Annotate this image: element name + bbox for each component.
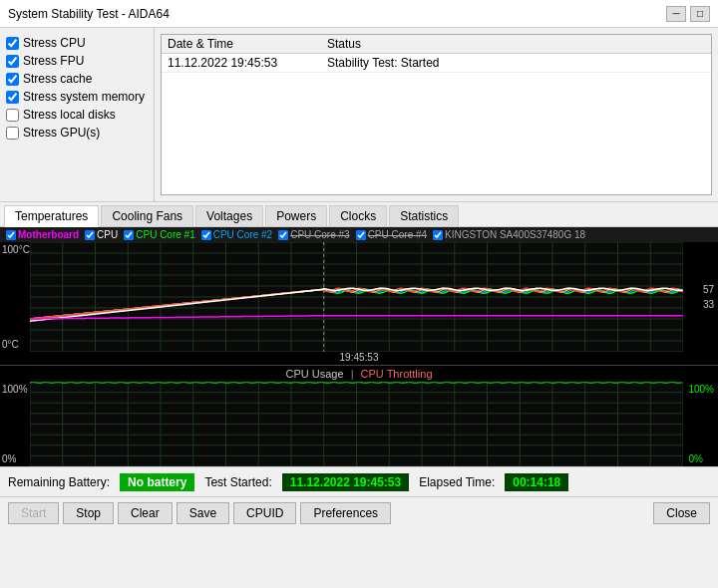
tabs-bar: Temperatures Cooling Fans Voltages Power… — [0, 202, 718, 227]
checkbox-stress-gpu[interactable]: Stress GPU(s) — [6, 126, 148, 140]
window-title: System Stability Test - AIDA64 — [8, 7, 170, 21]
log-datetime: 11.12.2022 19:45:53 — [168, 56, 327, 70]
log-panel: Date & Time Status 11.12.2022 19:45:53 S… — [161, 34, 712, 195]
x-axis-label: 19:45:53 — [0, 352, 718, 365]
cpuid-button[interactable]: CPUID — [233, 502, 296, 524]
legend-cpu-core4: CPU Core #4 — [356, 229, 427, 240]
tab-powers[interactable]: Powers — [265, 205, 327, 226]
window-controls: ─ □ — [666, 6, 710, 22]
minimize-button[interactable]: ─ — [666, 6, 686, 22]
tab-temperatures[interactable]: Temperatures — [4, 205, 99, 227]
cpu-usage-chart-container: CPU Usage | CPU Throttling 100% 0% 100% … — [0, 366, 718, 466]
tab-cooling-fans[interactable]: Cooling Fans — [101, 205, 193, 226]
legend-motherboard: Motherboard — [6, 229, 79, 240]
log-status: Stability Test: Started — [327, 56, 705, 70]
log-header: Date & Time Status — [162, 35, 711, 54]
chart2-y-right: 100% 0% — [684, 382, 718, 466]
log-row: 11.12.2022 19:45:53 Stability Test: Star… — [162, 54, 711, 73]
log-col1-header: Date & Time — [168, 37, 327, 51]
chart1-right-labels: 57 33 — [699, 242, 718, 352]
clear-button[interactable]: Clear — [118, 502, 173, 524]
title-bar: System Stability Test - AIDA64 ─ □ — [0, 0, 718, 28]
remaining-battery-value: No battery — [120, 473, 194, 491]
tab-voltages[interactable]: Voltages — [195, 205, 263, 226]
checkbox-stress-cache[interactable]: Stress cache — [6, 72, 148, 86]
tab-statistics[interactable]: Statistics — [389, 205, 459, 226]
checkboxes-panel: Stress CPU Stress FPU Stress cache Stres… — [0, 28, 155, 201]
stop-button[interactable]: Stop — [63, 502, 114, 524]
tab-clocks[interactable]: Clocks — [329, 205, 387, 226]
legend-kingston: KINGSTON SA400S37480G 18 — [433, 229, 585, 240]
elapsed-value: 00:14:18 — [505, 473, 568, 491]
chart2-y-left: 100% 0% — [0, 382, 30, 466]
bottom-bar: Start Stop Clear Save CPUID Preferences … — [0, 496, 718, 528]
test-started-value: 11.12.2022 19:45:53 — [282, 473, 409, 491]
save-button[interactable]: Save — [177, 502, 229, 524]
legend-cpu: CPU — [85, 229, 118, 240]
legend-cpu-core1: CPU Core #1 — [124, 229, 194, 240]
temperature-chart-container: Motherboard CPU CPU Core #1 CPU Core #2 … — [0, 227, 718, 366]
test-started-label: Test Started: — [204, 475, 271, 489]
maximize-button[interactable]: □ — [690, 6, 710, 22]
checkbox-stress-memory[interactable]: Stress system memory — [6, 90, 148, 104]
elapsed-label: Elapsed Time: — [419, 475, 495, 489]
start-button[interactable]: Start — [8, 502, 59, 524]
chart2-title: CPU Usage | CPU Throttling — [0, 366, 718, 382]
preferences-button[interactable]: Preferences — [300, 502, 391, 524]
checkbox-stress-cpu[interactable]: Stress CPU — [6, 36, 148, 50]
remaining-battery-label: Remaining Battery: — [8, 475, 110, 489]
close-button[interactable]: Close — [653, 502, 710, 524]
log-col2-header: Status — [327, 37, 705, 51]
y-axis-labels: 100°C 0°C — [0, 242, 30, 352]
main-area: Stress CPU Stress FPU Stress cache Stres… — [0, 28, 718, 202]
legend-cpu-core3: CPU Core #3 — [278, 229, 349, 240]
chart-legend: Motherboard CPU CPU Core #1 CPU Core #2 … — [0, 227, 718, 242]
checkbox-stress-disks[interactable]: Stress local disks — [6, 108, 148, 122]
status-bar: Remaining Battery: No battery Test Start… — [0, 466, 718, 496]
legend-cpu-core2: CPU Core #2 — [201, 229, 272, 240]
checkbox-stress-fpu[interactable]: Stress FPU — [6, 54, 148, 68]
